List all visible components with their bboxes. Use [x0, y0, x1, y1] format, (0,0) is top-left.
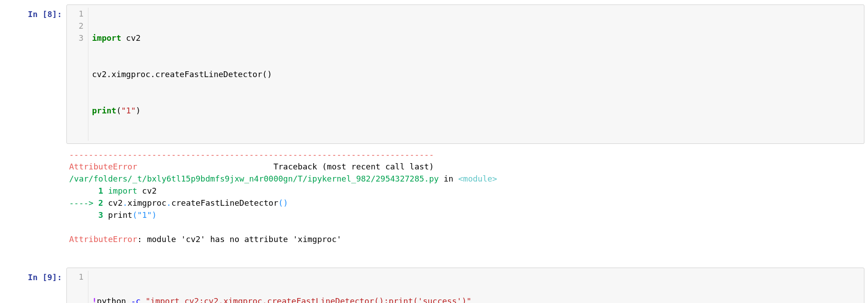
prompt-number: 9 — [47, 273, 52, 282]
code-content[interactable]: !python -c "import cv2;cv2.ximgproc.crea… — [88, 271, 864, 303]
error-message: : module 'cv2' has no attribute 'ximgpro… — [137, 234, 342, 244]
line-number: 2 — [67, 20, 83, 32]
error-name: AttributeError — [69, 234, 137, 244]
frame-arrow: ----> — [69, 198, 98, 208]
code-content[interactable]: import cv2 cv2.ximgproc.createFastLineDe… — [88, 8, 864, 141]
builtin: print — [92, 106, 116, 115]
frame-lineno: 3 — [98, 210, 103, 220]
traceback-path: /var/folders/_t/bxly6tl15p9bdmfs9jxw_n4r… — [69, 174, 439, 183]
keyword: import — [108, 186, 137, 195]
dot: . — [123, 198, 127, 208]
frame-lineno: 2 — [98, 198, 103, 208]
line-number: 1 — [67, 271, 83, 283]
dot: . — [167, 198, 171, 208]
string: "import cv2;cv2.ximgproc.createFastLineD… — [145, 296, 471, 303]
space — [140, 296, 145, 303]
traceback-module: <module> — [458, 174, 497, 183]
magic-bang: ! — [92, 296, 97, 303]
output-cell: ----------------------------------------… — [4, 146, 864, 248]
space — [103, 198, 108, 208]
output-prompt-empty — [4, 146, 66, 149]
prompt-in-label: In [ — [28, 9, 47, 19]
code-text: cv2 — [137, 186, 157, 195]
paren: ( — [116, 106, 121, 115]
ident: cv2 — [108, 198, 123, 208]
paren: ( — [278, 198, 283, 208]
traceback-separator: ----------------------------------------… — [69, 150, 434, 159]
input-prompt: In [8]: — [4, 4, 66, 20]
line-number: 1 — [67, 8, 83, 20]
line-gutter: 1 2 3 — [67, 8, 88, 141]
code-cell: In [8]: 1 2 3 import cv2 cv2.ximgproc.cr… — [4, 4, 864, 144]
shell-cmd: python — [97, 296, 131, 303]
prompt-in-label: In [ — [28, 273, 47, 282]
paren: ) — [152, 210, 157, 220]
frame-pad — [69, 210, 98, 220]
paren: ( — [132, 210, 137, 220]
shell-flag: -c — [131, 296, 141, 303]
prompt-number: 8 — [47, 9, 52, 19]
code-text: cv2.ximgproc.createFastLineDetector() — [92, 69, 272, 79]
paren: ) — [136, 106, 141, 115]
prompt-close: ]: — [52, 9, 62, 19]
paren: ) — [283, 198, 288, 208]
code-input-area[interactable]: 1 !python -c "import cv2;cv2.ximgproc.cr… — [66, 268, 864, 303]
line-gutter: 1 — [67, 271, 88, 303]
frame-lineno: 1 — [98, 186, 103, 195]
frame-pad — [69, 186, 98, 195]
space — [103, 186, 108, 195]
code-input-area[interactable]: 1 2 3 import cv2 cv2.ximgproc.createFast… — [66, 4, 864, 144]
keyword: import — [92, 33, 121, 43]
error-name: AttributeError — [69, 162, 137, 171]
code-text: cv2 — [121, 33, 140, 43]
padding — [137, 162, 273, 171]
traceback-output: ----------------------------------------… — [66, 146, 864, 248]
line-number: 3 — [67, 32, 83, 44]
string: "1" — [121, 106, 136, 115]
cell-spacer — [4, 250, 864, 268]
ident: createFastLineDetector — [171, 198, 278, 208]
input-prompt: In [9]: — [4, 268, 66, 283]
string: "1" — [137, 210, 152, 220]
traceback-in: in — [439, 174, 458, 183]
ident: ximgproc — [127, 198, 167, 208]
builtin: print — [108, 210, 132, 220]
prompt-close: ]: — [52, 273, 62, 282]
traceback-label: Traceback (most recent call last) — [273, 162, 434, 171]
space — [103, 210, 108, 220]
code-cell: In [9]: 1 !python -c "import cv2;cv2.xim… — [4, 268, 864, 303]
